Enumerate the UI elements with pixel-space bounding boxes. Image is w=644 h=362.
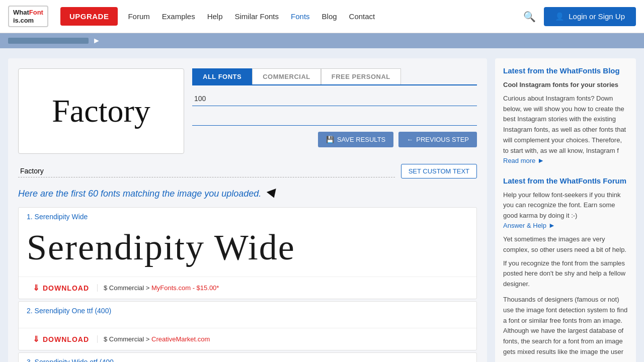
navbar: WhatFont is.com UPGRADE Forum Examples H… [0, 0, 644, 33]
font-preview-text: Factory [52, 93, 150, 130]
action-buttons: 💾 SAVE RESULTS ← PREVIOUS STEP [192, 132, 477, 147]
download-icon-2: ⇓ [33, 334, 40, 344]
font-count-input[interactable] [192, 92, 477, 106]
save-icon: 💾 [326, 136, 334, 143]
price-info-2: $ Commercial > CreativeMarket.com [97, 335, 210, 343]
font-item-2-preview [19, 318, 476, 328]
font-item-2-name[interactable]: 2. Serendipity One ttf (400) [27, 307, 111, 315]
sidebar-read-more-link[interactable]: Read more [503, 157, 535, 164]
price-info-1: $ Commercial > MyFonts.com - $15.00* [97, 284, 219, 292]
font-item-1-actions: ⇓ DOWNLOAD $ Commercial > MyFonts.com - … [19, 277, 476, 299]
tab-commercial[interactable]: COMMERCIAL [252, 68, 321, 84]
prev-icon: ← [407, 136, 413, 143]
logo[interactable]: WhatFont is.com [8, 6, 48, 27]
tab-all-fonts[interactable]: ALL FONTS [192, 68, 252, 84]
banner-bar [8, 38, 89, 44]
font-item-2-actions: ⇓ DOWNLOAD $ Commercial > CreativeMarket… [19, 328, 476, 350]
sidebar-forum-text2: Yet sometimes the images are very comple… [503, 234, 628, 255]
font-image-box: Factory [18, 68, 184, 154]
font-result-3: 3. Serendipity Wide otf (400 [18, 352, 477, 362]
banner: ► [0, 33, 644, 48]
font-item-2-header: 2. Serendipity One ttf (400) [19, 302, 476, 318]
font-item-1-name[interactable]: 1. Serendipity Wide [27, 213, 88, 221]
set-custom-text-button[interactable]: SET CUSTOM TEXT [401, 164, 477, 178]
sidebar-forum-text1: Help your fellow font-seekers if you thi… [503, 190, 628, 221]
tab-free-personal[interactable]: FREE PERSONAL [321, 68, 401, 84]
login-button[interactable]: 👤 Login or Sign Up [544, 7, 636, 26]
custom-text-row: SET CUSTOM TEXT [18, 164, 477, 178]
search-icon[interactable]: 🔍 [523, 11, 536, 23]
read-more-arrow-icon: ► [537, 156, 544, 164]
font-text-input[interactable] [192, 111, 477, 126]
font-result-1: 1. Serendipity Wide Serendipity Wide ⇓ D… [18, 207, 477, 299]
previous-step-button[interactable]: ← PREVIOUS STEP [398, 132, 477, 147]
answer-help-arrow-icon: ► [548, 221, 555, 229]
font-result-2: 2. Serendipity One ttf (400) ⇓ DOWNLOAD … [18, 301, 477, 350]
upgrade-button[interactable]: UPGRADE [60, 7, 118, 26]
font-item-3-name[interactable]: 3. Serendipity Wide otf (400 [27, 358, 114, 362]
nav-forum[interactable]: Forum [128, 12, 149, 21]
cursor-icon [267, 189, 279, 200]
custom-text-input[interactable] [18, 165, 395, 177]
sidebar-forum-section: Latest from the WhatFontIs Forum Help yo… [503, 176, 628, 357]
price-link-2[interactable]: CreativeMarket.com [151, 335, 210, 343]
sidebar-blog-section: Latest from the WhatFontIs Blog Cool Ins… [503, 66, 628, 164]
input-group-1 [192, 92, 477, 106]
input-group-2 [192, 111, 477, 126]
download-button-2[interactable]: ⇓ DOWNLOAD [27, 332, 95, 346]
banner-arrow: ► [93, 36, 101, 45]
download-icon-1: ⇓ [33, 283, 40, 293]
nav-examples[interactable]: Examples [162, 12, 195, 21]
user-icon: 👤 [555, 12, 565, 21]
nav-help[interactable]: Help [207, 12, 223, 21]
font-item-1-header: 1. Serendipity Wide [19, 208, 476, 224]
font-controls: ALL FONTS COMMERCIAL FREE PERSONAL 💾 SAV… [192, 68, 477, 154]
font-preview-area: Factory ALL FONTS COMMERCIAL FREE PERSON… [18, 68, 477, 154]
font-tabs: ALL FONTS COMMERCIAL FREE PERSONAL [192, 68, 477, 85]
sidebar-forum-text3: If you recognize the font from the sampl… [503, 258, 628, 290]
sidebar-blog-text: Curious about Instagram fonts? Down belo… [503, 94, 628, 156]
results-header: Here are the first 60 fonts matching the… [18, 189, 477, 199]
nav-similar-fonts[interactable]: Similar Fonts [235, 12, 279, 21]
price-link-1[interactable]: MyFonts.com - $15.00* [151, 284, 219, 292]
font-item-1-preview: Serendipity Wide [19, 224, 476, 277]
save-results-button[interactable]: 💾 SAVE RESULTS [318, 132, 393, 147]
nav-blog[interactable]: Blog [322, 12, 337, 21]
main-content: Factory ALL FONTS COMMERCIAL FREE PERSON… [8, 58, 487, 362]
font-item-3-header: 3. Serendipity Wide otf (400 [19, 353, 476, 362]
nav-contact[interactable]: Contact [349, 12, 375, 21]
sidebar-answer-help-link[interactable]: Answer & Help [503, 222, 546, 229]
sidebar-blog-article-title: Cool Instagram fonts for your stories [503, 80, 628, 90]
nav-links: Forum Examples Help Similar Fonts Fonts … [128, 12, 523, 21]
sidebar-forum-text4: Thousands of designers (famous or not) u… [503, 295, 628, 357]
serendipity-wide-preview: Serendipity Wide [27, 224, 468, 272]
sidebar-forum-title: Latest from the WhatFontIs Forum [503, 176, 628, 185]
download-button-1[interactable]: ⇓ DOWNLOAD [27, 281, 95, 295]
right-sidebar: Latest from the WhatFontIs Blog Cool Ins… [495, 58, 636, 362]
nav-fonts[interactable]: Fonts [291, 12, 310, 21]
sidebar-blog-title: Latest from the WhatFontIs Blog [503, 66, 628, 75]
